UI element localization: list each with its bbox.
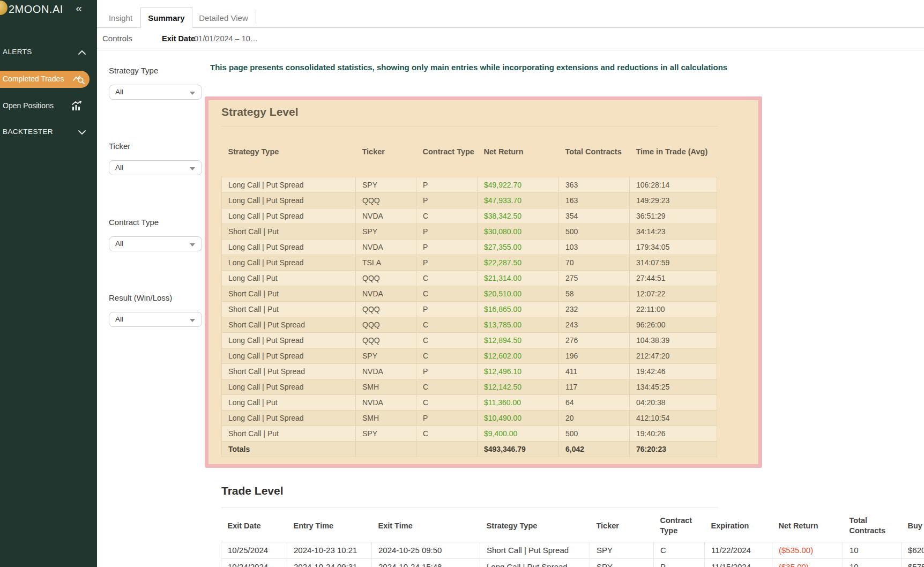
cell: QQQ bbox=[356, 332, 416, 348]
table-row: Short Call | PutSPYP$30,080.0050034:14:2… bbox=[222, 223, 717, 239]
column-header: Ticker bbox=[356, 126, 416, 177]
column-header: Buy S bbox=[901, 510, 924, 542]
app-logo: 2MOON.AI bbox=[9, 3, 63, 16]
caret-down-icon bbox=[190, 92, 195, 95]
column-header: Exit Time bbox=[372, 510, 480, 542]
cell: 2024-10-24 09:31 bbox=[287, 558, 372, 567]
section-label: BACKTESTER bbox=[3, 128, 53, 136]
cell: NVDA bbox=[356, 239, 416, 255]
column-header: Entry Time bbox=[287, 510, 372, 542]
contract-type-dropdown[interactable]: All bbox=[109, 236, 202, 251]
cell: 10 bbox=[843, 558, 901, 567]
exit-date-value[interactable]: 01/01/2024 – 10… bbox=[194, 34, 258, 43]
sidebar-collapse-icon[interactable]: « bbox=[76, 2, 82, 14]
sidebar: 2MOON.AI « ALERTS Completed Trades Open … bbox=[0, 0, 97, 567]
dropdown-value: All bbox=[115, 240, 123, 248]
cell: SPY bbox=[356, 223, 416, 239]
table-row: Long Call | Put SpreadNVDAP$27,355.00103… bbox=[222, 239, 717, 255]
cell bbox=[356, 441, 416, 457]
column-header: Strategy Type bbox=[480, 510, 590, 542]
chart-bars-icon bbox=[71, 101, 82, 111]
tab-insight[interactable]: Insight bbox=[100, 8, 141, 28]
cell: Short Call | Put Spread bbox=[222, 317, 356, 332]
trade-level-table: Exit DateEntry TimeExit TimeStrategy Typ… bbox=[221, 510, 924, 567]
cell: P bbox=[416, 239, 478, 255]
cell: $12,894.50 bbox=[478, 332, 559, 348]
table-row: 10/24/20242024-10-24 09:312024-10-24 15:… bbox=[221, 558, 924, 567]
cell: $20,510.00 bbox=[478, 286, 559, 301]
dropdown-value: All bbox=[115, 163, 123, 171]
column-header: Total Contracts bbox=[843, 510, 901, 542]
sidebar-item-open-positions[interactable]: Open Positions bbox=[0, 99, 90, 113]
cell: Long Call | Put Spread bbox=[222, 177, 356, 192]
divider bbox=[221, 508, 718, 508]
cell: 2024-10-24 15:48 bbox=[372, 558, 480, 567]
cell: Short Call | Put bbox=[222, 301, 356, 317]
column-header: Contract Type bbox=[654, 510, 705, 542]
cell: 22:11:00 bbox=[630, 301, 717, 317]
filter-label-strategy-type: Strategy Type bbox=[109, 66, 158, 75]
caret-down-icon bbox=[190, 319, 195, 322]
ticker-dropdown[interactable]: All bbox=[109, 160, 202, 175]
cell: 314:07:59 bbox=[630, 255, 717, 270]
cell: SPY bbox=[590, 542, 654, 558]
cell: 163 bbox=[559, 192, 630, 208]
cell: Long Call | Put Spread bbox=[222, 192, 356, 208]
cell: 20 bbox=[559, 410, 630, 426]
table-row: Short Call | PutQQQP$16,865.0023222:11:0… bbox=[222, 301, 717, 317]
cell: P bbox=[416, 410, 478, 426]
cell: 04:20:38 bbox=[630, 394, 717, 410]
tab-detailed-view[interactable]: Detailed View bbox=[192, 8, 255, 28]
cell: 2024-10-23 10:21 bbox=[287, 542, 372, 558]
cell: 363 bbox=[559, 177, 630, 192]
cell: $10,490.00 bbox=[478, 410, 559, 426]
cell: C bbox=[416, 286, 478, 301]
cell: C bbox=[416, 208, 478, 223]
cell: $27,355.00 bbox=[478, 239, 559, 255]
sidebar-item-completed-trades[interactable]: Completed Trades bbox=[0, 71, 90, 88]
cell: 179:34:05 bbox=[630, 239, 717, 255]
controls-bar: Controls Exit Date 01/01/2024 – 10… bbox=[97, 28, 924, 50]
cell: 10/25/2024 bbox=[221, 542, 287, 558]
info-banner: This page presents consolidated statisti… bbox=[210, 63, 727, 72]
sidebar-section-alerts[interactable]: ALERTS bbox=[0, 48, 97, 59]
cell: Totals bbox=[222, 441, 356, 457]
tab-summary[interactable]: Summary bbox=[140, 8, 192, 28]
cell: SPY bbox=[590, 558, 654, 567]
cell: $11,360.00 bbox=[478, 394, 559, 410]
table-row: Short Call | PutSPYC$9,400.0050019:40:26 bbox=[222, 426, 717, 441]
cell: SPY bbox=[356, 348, 416, 363]
cell: SMH bbox=[356, 379, 416, 394]
cell: 103 bbox=[559, 239, 630, 255]
chevron-down-icon bbox=[78, 130, 86, 135]
main-area: Insight Summary Detailed View Controls E… bbox=[97, 0, 924, 567]
totals-row: Totals$493,346.796,04276:20:23 bbox=[222, 441, 717, 457]
column-header: Total Contracts bbox=[559, 126, 630, 177]
strategy-type-dropdown[interactable]: All bbox=[109, 85, 202, 100]
cell: Long Call | Put Spread bbox=[222, 208, 356, 223]
caret-down-icon bbox=[190, 243, 195, 247]
table-row: Long Call | Put SpreadNVDAC$38,342.50354… bbox=[222, 208, 717, 223]
trade-level-title: Trade Level bbox=[221, 484, 284, 497]
column-header: Strategy Type bbox=[222, 126, 356, 177]
sidebar-section-backtester[interactable]: BACKTESTER bbox=[0, 128, 97, 139]
cell: 196 bbox=[559, 348, 630, 363]
cell: 10 bbox=[843, 542, 901, 558]
cell: 34:14:23 bbox=[630, 223, 717, 239]
tab-divider bbox=[256, 10, 256, 24]
cell: C bbox=[416, 270, 478, 286]
cell: QQQ bbox=[356, 192, 416, 208]
cell: P bbox=[416, 301, 478, 317]
result-dropdown[interactable]: All bbox=[109, 312, 202, 327]
cell: Long Call | Put Spread bbox=[222, 255, 356, 270]
cell: $47,933.70 bbox=[478, 192, 559, 208]
tab-bar: Insight Summary Detailed View bbox=[97, 0, 924, 28]
dropdown-value: All bbox=[115, 88, 123, 96]
table-row: Long Call | Put SpreadTSLAP$22,287.50703… bbox=[222, 255, 717, 270]
cell: Long Call | Put Spread bbox=[222, 348, 356, 363]
cell: QQQ bbox=[356, 317, 416, 332]
table-row: Long Call | Put SpreadSMHP$10,490.002041… bbox=[222, 410, 717, 426]
cell: 76:20:23 bbox=[630, 441, 717, 457]
cell: 212:47:20 bbox=[630, 348, 717, 363]
cell: $12,496.10 bbox=[478, 363, 559, 379]
